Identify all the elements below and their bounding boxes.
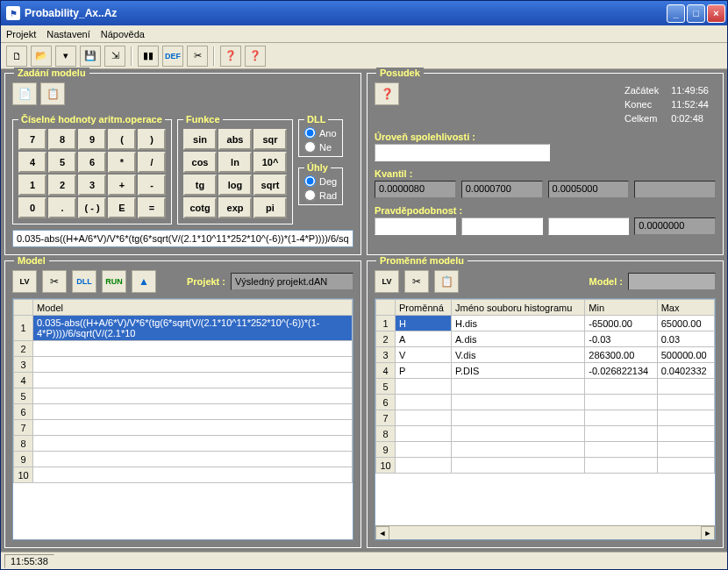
model-row-1[interactable]: 0.035-abs((H+A/6*V)/V*6*(tg(6*sqrt(V/(2.… xyxy=(33,316,353,341)
row-6-head[interactable]: 6 xyxy=(14,404,33,420)
vars-cell[interactable]: -65000.00 xyxy=(585,316,657,331)
func-ln[interactable]: ln xyxy=(218,152,252,173)
func-cos[interactable]: cos xyxy=(183,152,217,173)
vars-hscroll[interactable]: ◄ ► xyxy=(375,525,715,539)
vars-row-7-head[interactable]: 7 xyxy=(376,410,396,426)
cut-button[interactable]: ✂ xyxy=(42,270,67,293)
key-)[interactable]: ) xyxy=(138,129,166,150)
vars-row-5-head[interactable]: 5 xyxy=(376,379,396,395)
vars-cell[interactable]: 0.0402332 xyxy=(657,363,714,379)
vars-cell[interactable] xyxy=(396,442,452,458)
func-sqrt[interactable]: sqrt xyxy=(253,175,287,196)
col-min[interactable]: Min xyxy=(585,300,657,316)
vars-cell[interactable]: A.dis xyxy=(451,331,584,347)
help-u-icon[interactable]: ❓ xyxy=(220,46,241,67)
key-3[interactable]: 3 xyxy=(78,175,106,196)
vars-row-10-head[interactable]: 10 xyxy=(376,458,396,474)
func-abs[interactable]: abs xyxy=(218,129,252,150)
vars-cell[interactable]: P xyxy=(396,363,452,379)
formula-input[interactable] xyxy=(12,230,353,247)
func-sqr[interactable]: sqr xyxy=(253,129,287,150)
key-E[interactable]: E xyxy=(108,197,136,218)
lv-button-2[interactable]: LV xyxy=(375,270,399,293)
vars-cell[interactable] xyxy=(396,458,452,474)
key-0[interactable]: 0 xyxy=(18,197,46,218)
vars-cell[interactable]: H.dis xyxy=(451,316,584,331)
vars-cell[interactable] xyxy=(451,426,584,442)
vars-cell[interactable] xyxy=(657,379,714,395)
vars-cell[interactable]: P.DIS xyxy=(451,363,584,379)
vars-cell[interactable]: 500000.00 xyxy=(657,347,714,363)
help-p-icon[interactable]: ❓ xyxy=(245,46,266,67)
triangle-up-icon[interactable]: ▲ xyxy=(132,270,156,293)
vars-row-8-head[interactable]: 8 xyxy=(376,426,396,442)
radio-rad-input[interactable] xyxy=(304,189,316,201)
row-4-head[interactable]: 4 xyxy=(14,373,33,388)
vars-cell[interactable] xyxy=(451,395,584,410)
table-cell[interactable] xyxy=(33,436,353,452)
pravd-1[interactable] xyxy=(461,217,543,235)
vars-cell[interactable] xyxy=(396,379,452,395)
titlebar[interactable]: ⚑ Probability_Ax..Az _ □ × xyxy=(1,1,727,25)
chart-icon[interactable]: ▮▮ xyxy=(138,46,159,67)
key-5[interactable]: 5 xyxy=(48,152,76,173)
radio-ne[interactable]: Ne xyxy=(304,141,337,153)
row-7-head[interactable]: 7 xyxy=(14,420,33,436)
key-+[interactable]: + xyxy=(108,175,136,196)
func-tg[interactable]: tg xyxy=(183,175,217,196)
table-cell[interactable] xyxy=(33,452,353,467)
vars-row-4-head[interactable]: 4 xyxy=(376,363,396,379)
lv-button[interactable]: LV xyxy=(12,270,37,293)
vars-cell[interactable]: H xyxy=(396,316,452,331)
row-5-head[interactable]: 5 xyxy=(14,388,33,404)
func-10^[interactable]: 10^ xyxy=(253,152,287,173)
vars-cell[interactable] xyxy=(657,458,714,474)
key-.[interactable]: . xyxy=(48,197,76,218)
cut-icon[interactable]: ✂ xyxy=(187,46,208,67)
exit-icon[interactable]: ⇲ xyxy=(104,46,125,67)
vars-cell[interactable]: V.dis xyxy=(451,347,584,363)
vars-cell[interactable] xyxy=(657,442,714,458)
func-pi[interactable]: pi xyxy=(253,197,287,218)
vars-row-9-head[interactable]: 9 xyxy=(376,442,396,458)
row-3-head[interactable]: 3 xyxy=(14,357,33,373)
run-button[interactable]: RUN xyxy=(102,270,126,293)
model-grid[interactable]: Model 10.035-abs((H+A/6*V)/V*6*(tg(6*sqr… xyxy=(13,299,353,483)
scroll-left-icon[interactable]: ◄ xyxy=(375,526,389,540)
close-button[interactable]: × xyxy=(707,4,725,23)
row-9-head[interactable]: 9 xyxy=(14,452,33,467)
def-button[interactable]: DEF xyxy=(162,46,183,67)
cut-button-2[interactable]: ✂ xyxy=(404,270,429,293)
key-*[interactable]: * xyxy=(108,152,136,173)
key-8[interactable]: 8 xyxy=(48,129,76,150)
vars-cell[interactable] xyxy=(396,395,452,410)
key-([interactable]: ( xyxy=(108,129,136,150)
posudek-help-icon[interactable]: ❓ xyxy=(375,82,399,105)
paste-button-2[interactable]: 📋 xyxy=(434,270,459,293)
vars-cell[interactable]: 286300.00 xyxy=(585,347,657,363)
key-1[interactable]: 1 xyxy=(18,175,46,196)
key-( - )[interactable]: ( - ) xyxy=(78,197,106,218)
radio-ano-input[interactable] xyxy=(304,127,316,139)
col-jmeno[interactable]: Jméno souboru histogramu xyxy=(451,300,584,316)
vars-cell[interactable] xyxy=(585,410,657,426)
uroven-field[interactable] xyxy=(375,144,550,161)
table-cell[interactable] xyxy=(33,388,353,404)
table-cell[interactable] xyxy=(33,420,353,436)
row-8-head[interactable]: 8 xyxy=(14,436,33,452)
vars-cell[interactable]: -0.03 xyxy=(585,331,657,347)
vars-cell[interactable] xyxy=(396,410,452,426)
row-2-head[interactable]: 2 xyxy=(14,341,33,357)
vars-cell[interactable] xyxy=(585,395,657,410)
vars-cell[interactable] xyxy=(451,410,584,426)
model-col-header[interactable]: Model xyxy=(33,300,353,316)
table-cell[interactable] xyxy=(33,404,353,420)
vars-cell[interactable] xyxy=(585,458,657,474)
copy-icon[interactable]: 📄 xyxy=(12,82,37,105)
menu-napoveda[interactable]: Nápověda xyxy=(101,29,145,39)
key--[interactable]: - xyxy=(138,175,166,196)
col-max[interactable]: Max xyxy=(657,300,714,316)
vars-cell[interactable]: A xyxy=(396,331,452,347)
vars-cell[interactable] xyxy=(451,442,584,458)
vars-cell[interactable] xyxy=(585,426,657,442)
